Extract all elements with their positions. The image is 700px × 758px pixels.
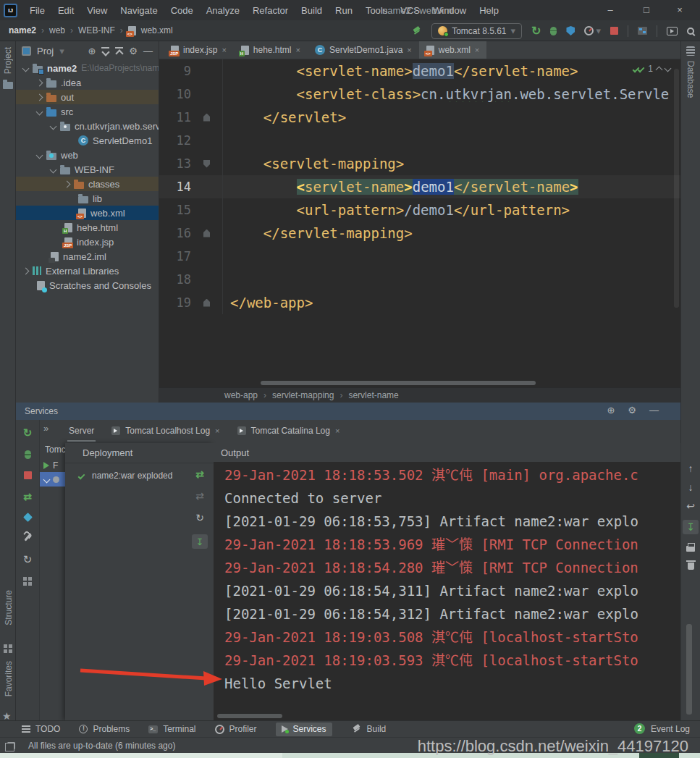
chevron-open-icon[interactable] xyxy=(36,151,43,159)
tree-row-out[interactable]: out xyxy=(16,90,159,104)
next-occurrence-icon[interactable] xyxy=(665,64,672,72)
tree-row-web-xml[interactable]: web.xml xyxy=(16,206,159,220)
run-configuration-select[interactable]: Tomcat 8.5.61 ▾ xyxy=(431,23,522,39)
close-icon[interactable]: × xyxy=(215,426,219,435)
print-icon[interactable] xyxy=(686,546,695,552)
search-everywhere-icon[interactable] xyxy=(687,28,694,35)
chevron-open-icon[interactable] xyxy=(22,64,30,72)
tree-row-classes[interactable]: classes xyxy=(16,177,159,191)
group-by-icon[interactable] xyxy=(23,577,32,586)
scroll-to-end-button[interactable]: ↧ xyxy=(683,520,699,534)
menu-item-code[interactable]: Code xyxy=(164,0,200,20)
console-horizontal-scrollbar[interactable] xyxy=(217,714,282,718)
tree-row-hehe-html[interactable]: hehe.html xyxy=(16,220,159,235)
services-tab-tomcat-catalina-log[interactable]: Tomcat Catalina Log× xyxy=(230,420,347,442)
tool-window-button-terminal[interactable]: Terminal xyxy=(148,723,195,736)
code-line-16[interactable]: 16 </servlet-mapping> xyxy=(159,222,680,245)
expand-all-icon[interactable] xyxy=(101,47,109,55)
collapse-all-icon[interactable] xyxy=(115,47,123,55)
tree-row-web-inf[interactable]: WEB-INF xyxy=(16,162,159,177)
services-tab-tomcat-localhost-log[interactable]: Tomcat Localhost Log× xyxy=(104,420,227,442)
event-log-button[interactable]: 2 Event Log xyxy=(634,723,690,734)
project-panel-title[interactable]: Proj xyxy=(37,46,54,56)
layout-icon[interactable] xyxy=(7,742,15,749)
refresh-button[interactable]: ↻ xyxy=(23,554,33,565)
run-button[interactable]: ↻ xyxy=(531,25,541,37)
code-line-13[interactable]: 13 <servlet-mapping> xyxy=(159,152,680,175)
tool-windows-icon[interactable] xyxy=(638,27,647,35)
console-vertical-scrollbar[interactable] xyxy=(686,624,692,715)
tool-button-project[interactable]: Project xyxy=(3,47,13,74)
menu-item-refactor[interactable]: Refactor xyxy=(246,0,295,20)
undeploy-icon[interactable]: ⇄ xyxy=(195,491,204,501)
prev-occurrence-icon[interactable] xyxy=(656,67,663,74)
menu-item-edit[interactable]: Edit xyxy=(51,0,80,20)
fold-marker-icon[interactable] xyxy=(203,299,210,307)
profiler-button[interactable]: ▾ xyxy=(584,26,601,35)
menu-item-build[interactable]: Build xyxy=(295,0,329,20)
stop-server-button[interactable] xyxy=(24,471,32,479)
hide-panel-icon[interactable]: — xyxy=(143,46,153,56)
tool-button-structure[interactable]: Structure xyxy=(4,590,14,626)
services-tab-server[interactable]: Server xyxy=(62,420,101,442)
console-output[interactable]: 29-Jan-2021 18:18:53.502 淇℃伅 [main] org.… xyxy=(214,462,680,720)
tree-row-web[interactable]: web xyxy=(16,148,159,162)
chevron-open-icon[interactable] xyxy=(36,108,43,115)
tree-row-name2-iml[interactable]: name2.iml xyxy=(16,249,159,264)
build-hammer-icon[interactable] xyxy=(411,26,422,36)
settings-gear-icon[interactable]: ⚙ xyxy=(129,46,138,56)
tree-row-scratches-and-consoles[interactable]: Scratches and Consoles xyxy=(16,278,159,292)
close-icon[interactable]: × xyxy=(296,46,300,54)
tree-row-index-jsp[interactable]: index.jsp xyxy=(16,235,159,249)
chevron-open-icon[interactable] xyxy=(50,122,57,130)
code-line-10[interactable]: 10 <servlet-class>cn.utkvrjan.web.servle… xyxy=(159,83,680,106)
close-icon[interactable]: × xyxy=(335,426,340,435)
code-line-15[interactable]: 15 <url-pattern>/demo1</url-pattern> xyxy=(159,198,680,222)
tool-button-database[interactable]: Database xyxy=(686,61,696,98)
breadcrumb-item-web-inf[interactable]: WEB-INF xyxy=(78,25,115,35)
tool-window-button-build[interactable]: Build xyxy=(351,723,387,736)
chevron-down-icon[interactable]: ▾ xyxy=(59,46,64,56)
scroll-down-icon[interactable]: ↓ xyxy=(688,482,693,492)
tree-row-idea[interactable]: .idea xyxy=(16,75,159,90)
code-line-14[interactable]: 14 <servlet-name>demo1</servlet-name> xyxy=(159,175,680,198)
update-application-button[interactable]: ↧ xyxy=(192,534,208,549)
tree-row-external-libraries[interactable]: External Libraries xyxy=(16,264,159,278)
menu-item-file[interactable]: File xyxy=(23,0,51,20)
menu-item-view[interactable]: View xyxy=(80,0,114,20)
chevron-open-icon[interactable] xyxy=(50,166,57,173)
menu-item-navigate[interactable]: Navigate xyxy=(114,0,164,20)
close-button[interactable]: × xyxy=(674,4,686,15)
chevron-closed-icon[interactable] xyxy=(36,93,43,101)
code-line-18[interactable]: 18 xyxy=(159,268,680,291)
tree-row-lib[interactable]: lib xyxy=(16,191,159,206)
breadcrumb-item-web[interactable]: web xyxy=(49,25,65,35)
scroll-up-icon[interactable]: ↑ xyxy=(688,463,693,473)
close-icon[interactable]: × xyxy=(407,46,411,54)
tool-window-button-profiler[interactable]: Profiler xyxy=(215,723,257,736)
hide-panel-icon[interactable]: — xyxy=(649,405,659,415)
code-editor[interactable]: 9 <servlet-name>demo1</servlet-name>10 <… xyxy=(159,59,680,314)
tool-window-button-problems[interactable]: Problems xyxy=(79,723,130,736)
code-line-19[interactable]: 19</web-app> xyxy=(159,291,680,314)
tree-row-src[interactable]: src xyxy=(16,104,159,119)
deploy-all-button[interactable]: ⇄ xyxy=(23,492,32,502)
editor-horizontal-scrollbar[interactable] xyxy=(261,381,536,385)
xml-breadcrumb-servlet-name[interactable]: servlet-name xyxy=(348,390,398,400)
editor-vertical-scrollbar[interactable] xyxy=(674,69,679,308)
tab-index-jsp[interactable]: index.jsp× xyxy=(164,41,234,59)
breadcrumb-item-web-xml[interactable]: web.xml xyxy=(141,25,173,35)
minimize-button[interactable]: – xyxy=(604,4,616,15)
services-tree-node[interactable]: Tomc xyxy=(45,445,65,455)
menu-item-help[interactable]: Help xyxy=(473,0,505,20)
menu-item-run[interactable]: Run xyxy=(329,0,359,20)
debug-button[interactable] xyxy=(550,27,557,35)
coverage-button[interactable] xyxy=(566,26,575,35)
tab-servletdemo1-java[interactable]: ServletDemo1.java× xyxy=(308,41,419,59)
tab-hehe-html[interactable]: hehe.html× xyxy=(234,41,308,59)
maximize-button[interactable]: □ xyxy=(641,4,652,15)
locate-icon[interactable]: ⊕ xyxy=(88,46,96,56)
run-anything-icon[interactable] xyxy=(667,27,678,35)
fold-marker-icon[interactable] xyxy=(203,114,210,122)
fold-marker-icon[interactable] xyxy=(203,229,210,237)
